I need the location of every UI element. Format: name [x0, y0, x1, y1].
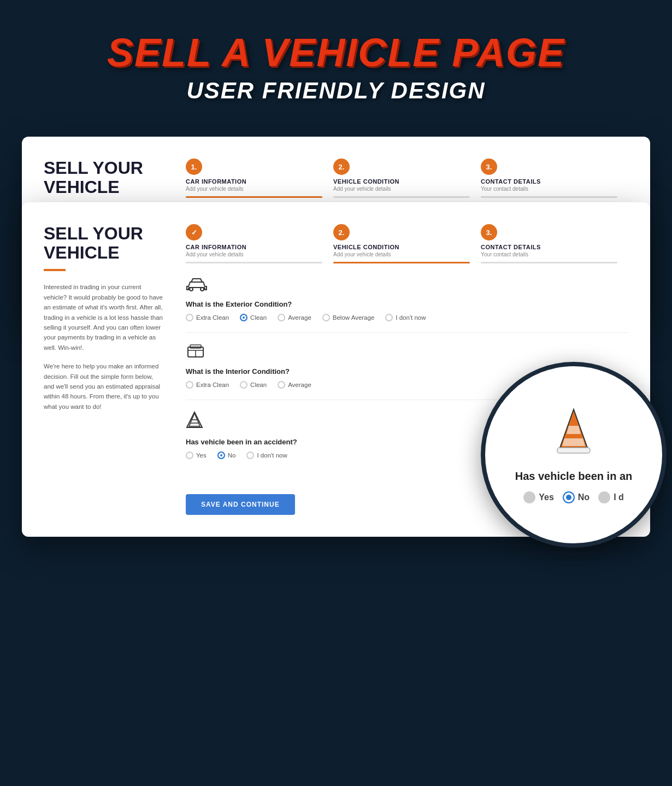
card-back-sell-title: SELL YOURVEHICLE — [44, 159, 164, 197]
zoom-no[interactable]: No — [563, 491, 590, 503]
step-2-title: VEHICLE CONDITION — [333, 178, 470, 185]
front-step-2-number: 2. — [333, 224, 350, 241]
save-continue-button[interactable]: SAVE AND CONTINUE — [186, 494, 295, 515]
zoom-no-label: No — [578, 492, 590, 502]
zoom-no-radio — [563, 491, 575, 503]
step-3-number: 3. — [481, 159, 497, 175]
front-step-3-title: CONTACT DETAILS — [481, 244, 617, 250]
step-3-underline — [481, 196, 617, 198]
step-2-number: 2. — [333, 159, 350, 175]
front-step-1: CAR INFORMATION Add your vehicle details — [186, 224, 333, 263]
svg-point-1 — [201, 288, 204, 291]
accident-dont-know[interactable]: I don't now — [246, 451, 287, 459]
front-step-1-number — [186, 224, 202, 241]
accident-dont-know-radio — [246, 451, 254, 459]
card-front-divider — [44, 269, 66, 271]
exterior-clean-radio — [240, 314, 247, 321]
interior-extra-clean-label: Extra Clean — [196, 382, 229, 388]
exterior-extra-clean-label: Extra Clean — [196, 314, 229, 321]
zoom-dont-know[interactable]: I d — [598, 491, 624, 503]
zoom-dont-know-label: I d — [614, 492, 624, 502]
step-1-item: 1. CAR INFORMATION Add your vehicle deta… — [186, 159, 333, 198]
exterior-clean[interactable]: Clean — [240, 314, 267, 321]
exterior-below-average-label: Below Average — [333, 314, 375, 321]
card-front-steps-row: CAR INFORMATION Add your vehicle details… — [186, 224, 628, 263]
exterior-extra-clean[interactable]: Extra Clean — [186, 314, 229, 321]
svg-marker-14 — [567, 426, 581, 434]
interior-clean[interactable]: Clean — [240, 381, 267, 389]
front-step-3-subtitle: Your contact details — [481, 251, 617, 257]
card-front-sidebar: SELL YOURVEHICLE Interested in trading i… — [44, 224, 164, 515]
card-front-sell-title: SELL YOURVEHICLE — [44, 224, 164, 262]
step-1-number: 1. — [186, 159, 202, 175]
interior-average-radio — [278, 381, 285, 389]
step-1-underline — [186, 196, 322, 198]
step-2-subtitle: Add your vehicle details — [333, 186, 470, 192]
front-step-2-subtitle: Add your vehicle details — [333, 251, 470, 257]
interior-icon — [186, 344, 628, 364]
front-step-3-underline — [481, 262, 617, 263]
exterior-average-label: Average — [288, 314, 311, 321]
zoom-yes-radio — [523, 491, 535, 503]
accident-dont-know-label: I don't now — [257, 452, 287, 459]
exterior-average-radio — [278, 314, 285, 321]
step-3-title: CONTACT DETAILS — [481, 178, 617, 185]
hero-title: SELL A VEHICLE PAGE — [22, 33, 650, 72]
exterior-question-text: What is the Exterior Condition? — [186, 300, 628, 308]
interior-clean-radio — [240, 381, 247, 389]
step-3-item: 3. CONTACT DETAILS Your contact details — [481, 159, 628, 198]
interior-average[interactable]: Average — [278, 381, 311, 389]
interior-clean-label: Clean — [250, 382, 267, 388]
cards-wrapper: SELL YOURVEHICLE Interested in trading i… — [0, 126, 672, 570]
step-2-underline — [333, 196, 470, 198]
step-3-subtitle: Your contact details — [481, 186, 617, 192]
front-step-1-underline — [186, 262, 322, 263]
accident-yes[interactable]: Yes — [186, 451, 207, 459]
zoom-cone-icon — [552, 407, 596, 465]
zoom-radio-group: Yes No I d — [523, 491, 624, 503]
front-step-3-number: 3. — [481, 224, 497, 241]
exterior-average[interactable]: Average — [278, 314, 311, 321]
step-1-subtitle: Add your vehicle details — [186, 186, 322, 192]
card-front-sidebar-text-2: We're here to help you make an informed … — [44, 361, 164, 412]
hero-subtitle: USER FRIENDLY DESIGN — [22, 78, 650, 104]
car-icon — [186, 277, 628, 297]
exterior-extra-clean-radio — [186, 314, 193, 321]
exterior-clean-label: Clean — [250, 314, 267, 321]
svg-point-0 — [190, 288, 193, 291]
zoom-yes[interactable]: Yes — [523, 491, 554, 503]
svg-rect-13 — [557, 448, 590, 453]
step-1-title: CAR INFORMATION — [186, 178, 322, 185]
exterior-radio-group: Extra Clean Clean Average — [186, 314, 628, 321]
interior-average-label: Average — [288, 382, 311, 388]
exterior-dont-know-radio — [385, 314, 393, 321]
exterior-dont-know[interactable]: I don't now — [385, 314, 426, 321]
front-step-2-title: VEHICLE CONDITION — [333, 244, 470, 250]
accident-no-radio — [217, 451, 225, 459]
step-2-item: 2. VEHICLE CONDITION Add your vehicle de… — [333, 159, 481, 198]
exterior-condition-question: What is the Exterior Condition? Extra Cl… — [186, 277, 628, 333]
zoom-question-text: Has vehicle been in an — [515, 470, 633, 483]
interior-extra-clean[interactable]: Extra Clean — [186, 381, 229, 389]
svg-marker-15 — [562, 438, 585, 446]
exterior-below-average[interactable]: Below Average — [322, 314, 375, 321]
front-step-2: 2. VEHICLE CONDITION Add your vehicle de… — [333, 224, 481, 263]
front-step-1-title: CAR INFORMATION — [186, 244, 322, 250]
front-step-1-subtitle: Add your vehicle details — [186, 251, 322, 257]
accident-yes-label: Yes — [196, 452, 207, 459]
card-back-steps-row: 1. CAR INFORMATION Add your vehicle deta… — [186, 159, 628, 198]
exterior-dont-know-label: I don't now — [396, 314, 426, 321]
hero-section: SELL A VEHICLE PAGE USER FRIENDLY DESIGN — [0, 0, 672, 126]
card-front: SELL YOURVEHICLE Interested in trading i… — [22, 202, 650, 537]
zoom-dont-know-radio — [598, 491, 610, 503]
exterior-below-average-radio — [322, 314, 330, 321]
front-step-3: 3. CONTACT DETAILS Your contact details — [481, 224, 628, 263]
card-front-sidebar-text-1: Interested in trading in your current ve… — [44, 282, 164, 353]
interior-extra-clean-radio — [186, 381, 193, 389]
front-step-2-underline — [333, 262, 470, 263]
accident-no-label: No — [228, 452, 236, 459]
zoom-yes-label: Yes — [539, 492, 554, 502]
zoom-overlay: Has vehicle been in an Yes No I d — [481, 362, 667, 548]
accident-no[interactable]: No — [217, 451, 236, 459]
accident-yes-radio — [186, 451, 193, 459]
